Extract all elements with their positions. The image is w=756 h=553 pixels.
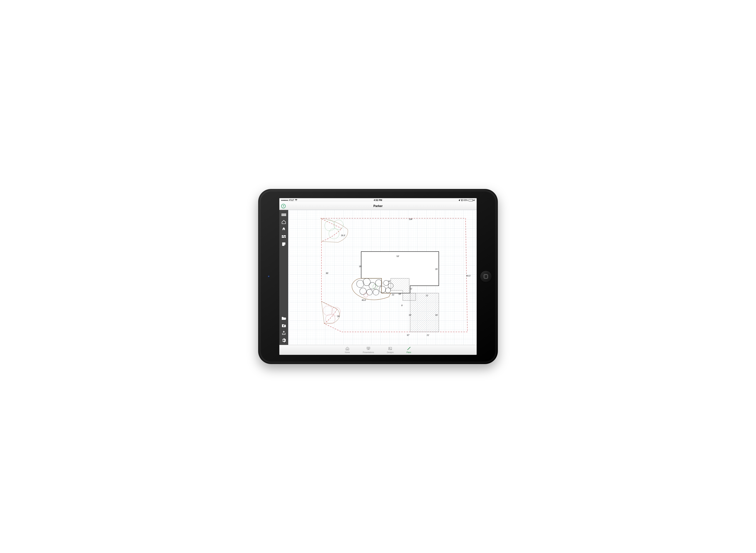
- svg-point-27: [329, 228, 339, 239]
- wifi-icon: [295, 199, 297, 202]
- dim-house-under-left: 18': [398, 293, 401, 295]
- hardscape-tool-icon[interactable]: [281, 234, 286, 239]
- title-bar: ? Parker: [279, 202, 477, 210]
- fence-tool-icon[interactable]: [281, 212, 286, 217]
- dim-house-bump: 32': [388, 280, 391, 283]
- dim-house-left: 18': [359, 265, 361, 267]
- screen: ●●●●● AT&T 4:52 PM 83%: [279, 198, 477, 355]
- save-icon[interactable]: [281, 323, 286, 328]
- svg-point-17: [375, 280, 382, 286]
- plant-tool-icon[interactable]: [281, 227, 286, 232]
- note-tool-icon[interactable]: [281, 242, 286, 246]
- tab-plans[interactable]: Plans: [406, 346, 411, 353]
- svg-rect-4: [281, 214, 286, 214]
- svg-point-18: [360, 288, 366, 295]
- pencil-icon: [406, 346, 411, 351]
- dim-lot-ll-diag: 28': [337, 315, 340, 317]
- plan-canvas[interactable]: 104' 84.3' 97' 21' 85' 29.3' 28' 53' 29'…: [288, 210, 477, 345]
- status-bar: ●●●●● AT&T 4:52 PM 83%: [279, 198, 477, 202]
- svg-rect-3: [286, 214, 286, 216]
- dim-house-under-h: 9': [401, 304, 403, 307]
- signal-strength: ●●●●●: [281, 199, 288, 202]
- dim-house-inset-w: 21': [426, 294, 428, 297]
- dim-porch-short: 21': [392, 294, 394, 296]
- share-icon[interactable]: [281, 330, 286, 335]
- svg-rect-1: [283, 214, 284, 216]
- svg-point-14: [357, 280, 364, 288]
- svg-rect-7: [284, 235, 286, 236]
- tab-bar: Home Presentations Designs Plans: [279, 345, 477, 355]
- battery-percent: 83%: [463, 199, 468, 202]
- home-icon: [345, 346, 350, 351]
- dim-lot-left: 85': [326, 272, 328, 274]
- status-clock: 4:52 PM: [374, 199, 382, 202]
- svg-rect-2: [284, 214, 285, 216]
- svg-point-20: [373, 289, 379, 295]
- ipad-device-frame: ●●●●● AT&T 4:52 PM 83%: [258, 189, 498, 364]
- dim-house-inset-h: 11': [410, 288, 412, 290]
- svg-point-25: [324, 221, 335, 231]
- svg-point-30: [325, 314, 335, 324]
- help-button[interactable]: ?: [281, 204, 286, 208]
- dim-drive-left: 33': [409, 314, 411, 316]
- dim-garden-curve: 45.8': [362, 299, 366, 301]
- lightning-icon: [474, 199, 475, 201]
- bluetooth-icon: [461, 199, 463, 201]
- dim-lot-ul-diag: 29.3': [341, 234, 346, 237]
- device-home-button[interactable]: [480, 271, 492, 282]
- image-icon: [388, 346, 392, 351]
- svg-rect-5: [281, 215, 286, 216]
- tab-designs[interactable]: Designs: [387, 346, 393, 353]
- dim-house-top: 53': [397, 255, 399, 257]
- device-camera: [268, 275, 270, 278]
- tab-label: Presentations: [363, 351, 374, 353]
- dim-drive-right: 33': [435, 314, 438, 316]
- svg-point-15: [363, 279, 370, 286]
- svg-rect-0: [282, 214, 282, 216]
- plan-drawing: [288, 210, 477, 345]
- dim-lot-bottom-left: 97': [407, 334, 409, 336]
- help-icon: ?: [283, 205, 284, 208]
- dim-house-right: 29': [435, 268, 438, 270]
- driveway-hatched: [410, 293, 439, 332]
- svg-rect-9: [285, 237, 286, 238]
- easel-icon: [366, 346, 371, 351]
- svg-point-19: [367, 289, 372, 295]
- tab-label: Plans: [406, 351, 411, 353]
- house-tool-icon[interactable]: [281, 220, 286, 224]
- svg-point-34: [369, 348, 369, 348]
- svg-point-16: [369, 283, 376, 289]
- lower-plant-group: [323, 306, 340, 324]
- plant-accent-red: [364, 293, 368, 297]
- dim-lot-bottom-right: 21': [427, 334, 429, 336]
- tab-label: Home: [345, 351, 350, 353]
- svg-point-32: [368, 348, 368, 348]
- folder-open-icon[interactable]: [281, 316, 286, 321]
- page-title: Parker: [373, 205, 383, 208]
- battery-icon: [468, 199, 473, 201]
- plant-accent-green: [373, 285, 377, 289]
- svg-point-28: [323, 306, 333, 315]
- dim-lot-right: 84.3': [466, 274, 471, 277]
- tab-label: Designs: [387, 351, 393, 353]
- garden-bed-lower: [321, 301, 339, 323]
- navigation-icon: [458, 199, 460, 201]
- svg-point-33: [368, 348, 369, 348]
- svg-rect-31: [367, 347, 370, 349]
- svg-point-36: [389, 348, 390, 348]
- svg-rect-6: [282, 235, 283, 236]
- tab-presentations[interactable]: Presentations: [363, 346, 374, 353]
- carrier-label: AT&T: [289, 199, 294, 202]
- settings-icon[interactable]: [281, 338, 286, 343]
- svg-point-26: [333, 220, 343, 230]
- svg-rect-8: [282, 237, 284, 238]
- dim-lot-top: 104': [409, 218, 412, 220]
- tab-home[interactable]: Home: [345, 346, 350, 353]
- tools-sidebar: [279, 210, 288, 345]
- upper-plant-group: [324, 220, 343, 239]
